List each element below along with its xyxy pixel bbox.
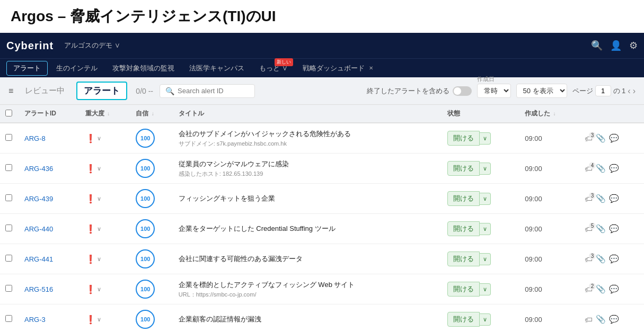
open-button[interactable]: 開ける	[447, 191, 480, 206]
per-page-select[interactable]: 50 を表示	[516, 84, 567, 98]
tag-action: 🏷 5	[585, 225, 593, 234]
row-checkbox[interactable]	[5, 285, 12, 292]
message-icon[interactable]: 💬	[609, 133, 619, 143]
attachment-icon[interactable]: 📎	[596, 284, 606, 294]
attachment-icon[interactable]: 📎	[596, 133, 606, 143]
subnav-item-strategy-dashboard[interactable]: 戦略ダッシュボード✕	[296, 61, 380, 75]
time-cell: 09:00	[519, 274, 579, 304]
open-dropdown[interactable]: ∨	[480, 193, 491, 205]
attachment-icon[interactable]: 📎	[596, 224, 606, 234]
subnav-item-forensics[interactable]: 法医学キャンパス	[183, 61, 251, 75]
close-tab-strategy-dashboard-icon[interactable]: ✕	[369, 65, 373, 71]
row-checkbox[interactable]	[5, 194, 12, 201]
settings-icon[interactable]: ⚙	[629, 40, 638, 51]
severity-dropdown[interactable]: ∨	[97, 316, 101, 323]
toolbar: ≡ レビュー中 アラート 0/0 -- 🔍 終了したアラートを含める 作成日 常…	[0, 77, 644, 105]
severity-badge: ❗ ∨	[85, 284, 101, 294]
row-checkbox[interactable]	[5, 164, 12, 171]
time-cell: 09:00	[519, 244, 579, 274]
message-icon[interactable]: 💬	[609, 284, 619, 294]
table-row: ARG-3 ❗ ∨ 100 企業顧客の認証情報が漏洩 開ける∨ 09:00 🏷 …	[0, 304, 644, 333]
table-row: ARG-516 ❗ ∨ 100 企業を標的としたアクティブなフィッシング Web…	[0, 274, 644, 304]
user-icon[interactable]: 👤	[610, 40, 622, 51]
open-button[interactable]: 開ける	[447, 282, 480, 297]
alert-id-link[interactable]: ARG-440	[24, 225, 53, 233]
alert-id-link[interactable]: ARG-436	[24, 165, 53, 173]
actions-cell: 🏷 3 📎 💬	[579, 184, 644, 214]
message-icon[interactable]: 💬	[609, 164, 619, 173]
row-checkbox[interactable]	[5, 134, 12, 141]
open-button[interactable]: 開ける	[447, 131, 480, 146]
actions-cell: 🏷 5 📎 💬	[579, 214, 644, 244]
next-page-button[interactable]: ›	[633, 86, 636, 96]
severity-dropdown[interactable]: ∨	[97, 226, 101, 232]
severity-dropdown[interactable]: ∨	[97, 286, 101, 293]
logo: Cyberint	[6, 40, 54, 52]
alert-id-link[interactable]: ARG-8	[24, 134, 46, 142]
subnav-item-live-intel[interactable]: 生のインテル	[50, 61, 104, 75]
message-icon[interactable]: 💬	[609, 194, 619, 203]
open-button[interactable]: 開ける	[447, 221, 480, 236]
open-dropdown[interactable]: ∨	[480, 283, 491, 295]
title-cell: フィッシングキットを狙う企業	[173, 184, 442, 214]
actions-group: 🏷 5 📎 💬	[585, 224, 639, 234]
severity-dropdown[interactable]: ∨	[97, 165, 101, 172]
table-header-row: アラートID 重大度 ↓ 自信 ↓ タイトル 状態 作成した ↓	[0, 105, 644, 123]
open-button[interactable]: 開ける	[447, 161, 480, 176]
review-button[interactable]: レビュー中	[20, 84, 70, 98]
actions-cell: 🏷 4 📎 💬	[579, 154, 644, 184]
include-closed-toggle[interactable]	[453, 86, 472, 96]
row-checkbox-cell	[0, 304, 19, 333]
status-cell: 開ける∨	[442, 123, 520, 154]
page-input[interactable]	[595, 85, 611, 96]
alert-id-link[interactable]: ARG-441	[24, 255, 53, 263]
alert-id-cell: ARG-440	[19, 214, 80, 244]
open-dropdown[interactable]: ∨	[480, 223, 491, 235]
open-button[interactable]: 開ける	[447, 312, 480, 327]
message-icon[interactable]: 💬	[609, 224, 619, 234]
col-created[interactable]: 作成した ↓	[519, 105, 579, 123]
tag-icon[interactable]: 🏷	[585, 315, 593, 324]
severity-icon: ❗	[85, 315, 96, 325]
open-dropdown[interactable]: ∨	[480, 132, 491, 145]
tag-action: 🏷 4	[585, 164, 593, 173]
actions-group: 🏷 2 📎 💬	[585, 284, 639, 294]
open-dropdown[interactable]: ∨	[480, 163, 491, 175]
search-icon[interactable]: 🔍	[591, 40, 603, 51]
search-input[interactable]	[178, 87, 249, 95]
severity-dropdown[interactable]: ∨	[97, 135, 101, 142]
subnav-item-more[interactable]: もっと ∨新しい	[253, 61, 294, 75]
severity-icon: ❗	[85, 194, 96, 204]
select-all-checkbox[interactable]	[5, 110, 12, 116]
subnav-item-alerts[interactable]: アラート	[6, 61, 48, 76]
severity-dropdown[interactable]: ∨	[97, 195, 101, 202]
col-confidence[interactable]: 自信 ↓	[130, 105, 173, 123]
alert-id-link[interactable]: ARG-439	[24, 195, 53, 203]
col-severity[interactable]: 重大度 ↓	[80, 105, 130, 123]
date-select[interactable]: 常時	[477, 84, 511, 98]
prev-page-button[interactable]: ‹	[628, 86, 630, 96]
alert-id-link[interactable]: ARG-3	[24, 316, 46, 324]
row-checkbox[interactable]	[5, 255, 12, 262]
filter-icon[interactable]: ≡	[8, 86, 13, 96]
demo-selector[interactable]: アルゴスのデモ ∨	[64, 41, 120, 50]
status-cell: 開ける∨	[442, 274, 520, 304]
attachment-icon[interactable]: 📎	[596, 315, 606, 324]
row-checkbox[interactable]	[5, 315, 12, 322]
open-button[interactable]: 開ける	[447, 252, 480, 266]
alert-tab-button[interactable]: アラート	[76, 82, 127, 100]
attachment-icon[interactable]: 📎	[596, 254, 606, 264]
message-icon[interactable]: 💬	[609, 315, 619, 324]
navbar-left: Cyberint アルゴスのデモ ∨	[6, 40, 120, 52]
subnav-item-attack-surface[interactable]: 攻撃対象領域の監視	[106, 61, 181, 75]
row-checkbox[interactable]	[5, 225, 12, 231]
attachment-icon[interactable]: 📎	[596, 194, 606, 203]
severity-dropdown[interactable]: ∨	[97, 256, 101, 263]
status-cell: 開ける∨	[442, 244, 520, 274]
alert-id-link[interactable]: ARG-516	[24, 285, 53, 293]
message-icon[interactable]: 💬	[609, 254, 619, 264]
confidence-cell: 100	[130, 123, 173, 154]
open-dropdown[interactable]: ∨	[480, 313, 491, 326]
attachment-icon[interactable]: 📎	[596, 164, 606, 173]
open-dropdown[interactable]: ∨	[480, 253, 491, 265]
